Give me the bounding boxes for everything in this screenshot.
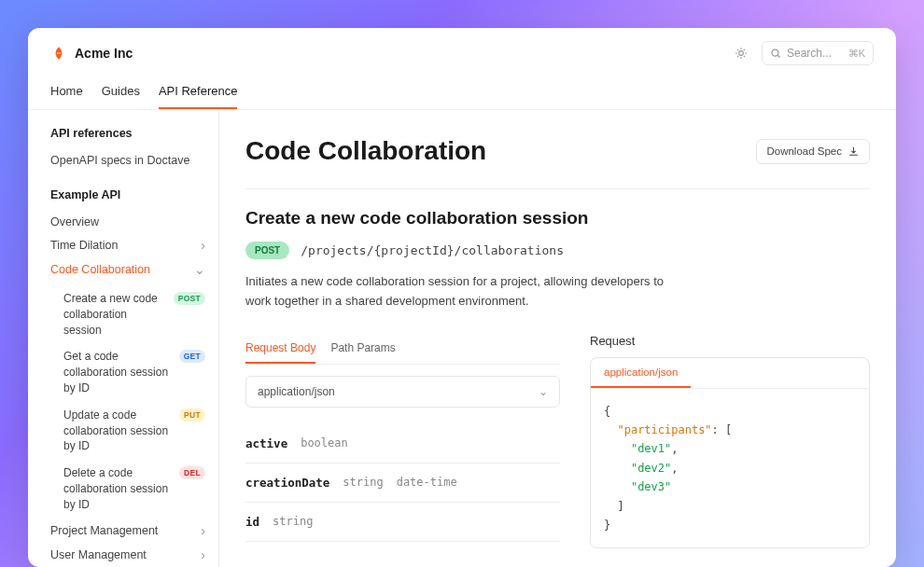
sidebar: API references OpenAPI specs in Doctave …: [28, 110, 219, 567]
param-type: boolean: [301, 436, 348, 449]
tab-guides[interactable]: Guides: [102, 75, 140, 109]
search-placeholder: Search...: [787, 47, 832, 60]
topbar-right: Search... ⌘K: [730, 41, 874, 65]
sidebar-item-label: Time Dilation: [50, 239, 118, 252]
two-column-layout: Request Body Path Params application/jso…: [245, 334, 870, 567]
download-icon: [847, 145, 860, 158]
sidebar-subitem-create[interactable]: Create a new code collaboration session …: [63, 285, 205, 343]
param-name: active: [245, 436, 287, 450]
main-body: API references OpenAPI specs in Doctave …: [28, 110, 896, 567]
request-code-block[interactable]: { "participants": [ "dev1", "dev2", "dev…: [591, 389, 869, 548]
sidebar-group-title: Example API: [50, 188, 205, 201]
method-badge-put: PUT: [179, 408, 205, 422]
search-shortcut: ⌘K: [848, 48, 865, 60]
endpoint-row: POST /projects/{projectId}/collaboration…: [245, 242, 870, 259]
sidebar-group-title: API references: [50, 127, 205, 140]
content-type-value: application/json: [258, 385, 335, 398]
app-window: Acme Inc Search... ⌘K Home Guides API Re…: [28, 28, 896, 567]
download-spec-button[interactable]: Download Spec: [756, 139, 870, 164]
tab-request-body[interactable]: Request Body: [245, 334, 315, 364]
search-input[interactable]: Search... ⌘K: [762, 41, 874, 65]
method-badge-del: DEL: [179, 466, 205, 479]
sidebar-item-label: Update a code collaboration session by I…: [63, 408, 174, 454]
chevron-down-icon: ⌄: [539, 385, 548, 398]
endpoint-description: Initiates a new code collaboration sessi…: [245, 272, 665, 311]
param-row-id[interactable]: id string: [245, 503, 560, 542]
endpoint-title: Create a new code collaboration session: [245, 208, 870, 228]
chevron-down-icon: ⌄: [194, 262, 205, 277]
endpoint-path: /projects/{projectId}/collaborations: [301, 243, 564, 257]
param-format: date-time: [397, 476, 457, 489]
tab-path-params[interactable]: Path Params: [330, 334, 395, 364]
endpoint-method-badge: POST: [245, 242, 289, 259]
chevron-right-icon: ›: [201, 238, 205, 253]
sidebar-item-code-collaboration[interactable]: Code Collaboration ⌄: [50, 257, 205, 282]
svg-line-6: [737, 49, 738, 50]
nav-tabs: Home Guides API Reference: [28, 75, 896, 110]
content-type-select[interactable]: application/json ⌄: [245, 376, 560, 408]
param-type: string: [343, 476, 383, 489]
request-content-tabs: application/json: [591, 358, 869, 389]
request-panel-title: Request: [590, 334, 870, 348]
right-column: Request application/json { "participants…: [590, 334, 870, 567]
main-content: Code Collaboration Download Spec Create …: [219, 110, 896, 567]
svg-line-9: [744, 49, 745, 50]
sidebar-item-openapi[interactable]: OpenAPI specs in Doctave: [50, 149, 205, 172]
tab-api-reference[interactable]: API Reference: [159, 75, 238, 109]
svg-line-11: [777, 55, 780, 58]
param-type: string: [273, 515, 313, 528]
sidebar-item-time-dilation[interactable]: Time Dilation ›: [50, 233, 205, 257]
page-title: Code Collaboration: [245, 136, 486, 166]
sidebar-item-user-management[interactable]: User Management ›: [50, 543, 205, 567]
svg-point-10: [772, 49, 778, 56]
chevron-right-icon: ›: [201, 523, 205, 538]
brand[interactable]: Acme Inc: [50, 45, 133, 62]
sidebar-item-label: Overview: [50, 215, 99, 228]
sidebar-item-label: User Management: [50, 548, 147, 561]
theme-toggle-button[interactable]: [730, 42, 752, 64]
sidebar-item-label: Get a code collaboration session by ID: [63, 349, 174, 395]
topbar: Acme Inc Search... ⌘K: [28, 28, 896, 75]
method-badge-get: GET: [179, 350, 205, 363]
sidebar-subitems: Create a new code collaboration session …: [50, 285, 205, 519]
param-name: creationDate: [245, 476, 329, 490]
request-panel: application/json { "participants": [ "de…: [590, 357, 870, 549]
param-row-active[interactable]: active boolean: [245, 424, 560, 463]
param-row-creationdate[interactable]: creationDate string date-time: [245, 463, 560, 503]
sidebar-item-label: Create a new code collaboration session: [63, 291, 168, 338]
svg-point-1: [739, 51, 744, 56]
sidebar-subitem-get[interactable]: Get a code collaboration session by ID G…: [63, 343, 205, 401]
chevron-right-icon: ›: [201, 547, 205, 562]
svg-line-7: [744, 56, 745, 57]
left-column: Request Body Path Params application/jso…: [245, 334, 560, 567]
param-name: id: [245, 515, 259, 529]
sidebar-item-label: OpenAPI specs in Doctave: [50, 154, 189, 167]
brand-logo-icon: [50, 45, 67, 62]
sidebar-item-project-management[interactable]: Project Management ›: [50, 519, 205, 543]
sun-icon: [735, 47, 748, 60]
sidebar-subitem-update[interactable]: Update a code collaboration session by I…: [63, 402, 205, 460]
sidebar-item-overview[interactable]: Overview: [50, 211, 205, 233]
brand-name: Acme Inc: [75, 46, 133, 61]
download-spec-label: Download Spec: [766, 145, 842, 157]
search-icon: [770, 48, 781, 59]
svg-line-8: [737, 56, 738, 57]
tab-application-json[interactable]: application/json: [591, 358, 691, 388]
method-badge-post: POST: [174, 292, 205, 305]
sidebar-item-label: Code Collaboration: [50, 263, 150, 276]
sidebar-subitem-delete[interactable]: Delete a code collaboration session by I…: [63, 460, 205, 518]
tab-home[interactable]: Home: [50, 75, 83, 109]
sidebar-item-label: Project Management: [50, 524, 158, 537]
request-body-tabs: Request Body Path Params: [245, 334, 560, 365]
title-row: Code Collaboration Download Spec: [245, 136, 870, 189]
sidebar-item-label: Delete a code collaboration session by I…: [63, 465, 174, 512]
